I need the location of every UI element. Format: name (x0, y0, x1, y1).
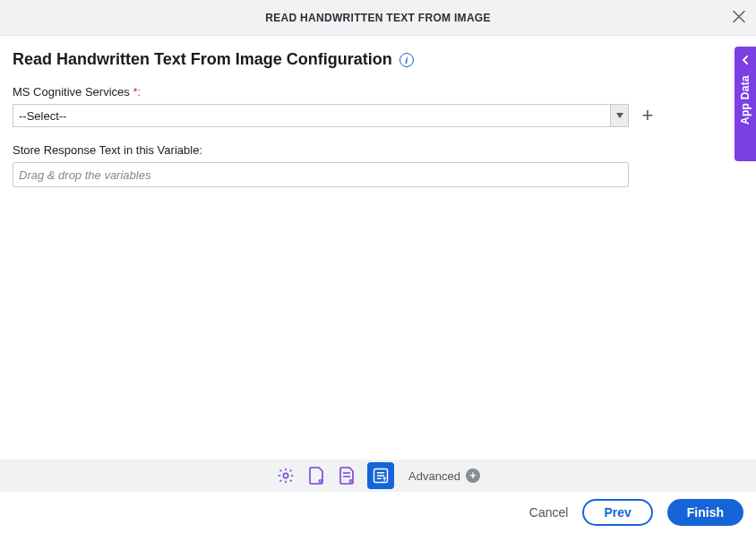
cancel-button[interactable]: Cancel (529, 505, 569, 520)
config-content: Read Handwritten Text From Image Configu… (0, 36, 756, 187)
app-data-side-tab[interactable]: App Data (735, 47, 756, 161)
plus-circle-icon: + (466, 469, 480, 483)
chevron-left-icon (741, 52, 750, 68)
gear-icon[interactable] (276, 466, 296, 486)
advanced-toggle[interactable]: Advanced + (408, 469, 480, 483)
config-title: Read Handwritten Text From Image Configu… (13, 50, 392, 69)
text-doc-icon[interactable] (367, 462, 394, 489)
variable-label: Store Response Text in this Variable: (13, 143, 743, 157)
add-service-button[interactable]: + (640, 106, 656, 125)
app-data-label: App Data (739, 75, 752, 125)
cognitive-services-label-text: MS Cognitive Services (13, 85, 133, 99)
dialog-footer: Cancel Prev Finish (0, 492, 756, 533)
cognitive-services-label: MS Cognitive Services *: (13, 85, 743, 99)
svg-point-4 (350, 480, 352, 482)
dialog-header: READ HANDWRITTEN TEXT FROM IMAGE (0, 0, 756, 36)
required-asterisk: *: (133, 85, 141, 99)
prev-button[interactable]: Prev (582, 499, 652, 526)
close-icon[interactable] (733, 8, 745, 27)
svg-point-0 (283, 473, 288, 477)
variable-input[interactable] (13, 162, 629, 187)
advanced-label: Advanced (408, 469, 460, 483)
doc-gear-left-icon[interactable] (306, 466, 326, 486)
finish-button[interactable]: Finish (667, 499, 743, 526)
dropdown-arrow-icon[interactable] (610, 105, 628, 126)
svg-point-2 (320, 480, 322, 482)
config-title-row: Read Handwritten Text From Image Configu… (13, 50, 743, 69)
doc-gear-right-icon[interactable] (337, 466, 357, 486)
cognitive-services-selected-value: --Select-- (13, 105, 610, 126)
info-icon[interactable]: i (399, 53, 414, 67)
dialog-title: READ HANDWRITTEN TEXT FROM IMAGE (265, 12, 491, 24)
step-bar: Advanced + (0, 460, 756, 492)
cognitive-services-select[interactable]: --Select-- (13, 104, 629, 127)
cognitive-services-row: --Select-- + (13, 104, 743, 127)
